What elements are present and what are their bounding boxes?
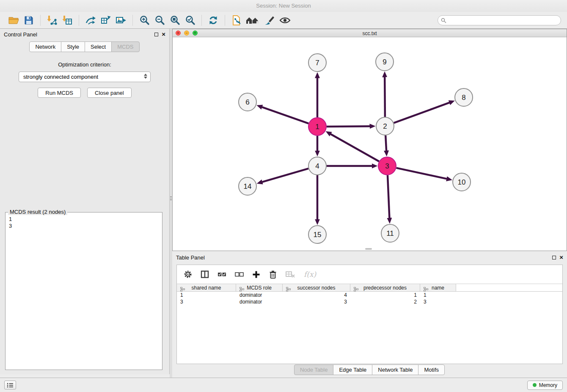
close-table-panel-icon[interactable]: × <box>559 255 563 260</box>
memory-button[interactable]: Memory <box>527 381 563 390</box>
task-history-button[interactable] <box>4 381 16 389</box>
eye-icon <box>279 15 291 25</box>
column-header-predecessor-nodes[interactable]: predecessor nodes <box>350 284 420 291</box>
show-hide-button[interactable] <box>277 14 292 27</box>
table-row[interactable]: 1dominator411 <box>177 292 562 298</box>
graph-node-11[interactable]: 11 <box>381 224 399 242</box>
table-cell[interactable]: 1 <box>350 292 420 298</box>
delete-table-button[interactable] <box>286 271 295 278</box>
table-cell[interactable]: 2 <box>350 298 420 305</box>
table-cell[interactable]: 3 <box>283 298 350 305</box>
window-minimize-icon[interactable]: − <box>184 30 189 36</box>
table-cell[interactable]: 1 <box>420 292 456 298</box>
window-close-icon[interactable]: × <box>176 30 181 36</box>
float-table-panel-icon[interactable] <box>552 256 556 259</box>
graph-node-3[interactable]: 3 <box>378 157 396 175</box>
table-cell[interactable]: 1 <box>177 292 236 298</box>
table-header-filler <box>456 284 562 291</box>
graph-edge-2-8[interactable] <box>394 102 449 123</box>
zoom-out-button[interactable] <box>152 14 167 27</box>
search-input[interactable] <box>438 15 561 25</box>
zoom-fit-icon <box>170 15 180 25</box>
show-columns-button[interactable] <box>201 270 209 279</box>
new-network-button[interactable] <box>83 14 98 27</box>
graph-edge-3-10[interactable] <box>396 168 447 179</box>
tab-motifs[interactable]: Motifs <box>418 364 445 375</box>
graph-node-label: 10 <box>458 178 466 186</box>
table-cell[interactable]: 3 <box>420 298 456 305</box>
network-report-button[interactable] <box>229 14 244 27</box>
zoom-selected-button[interactable] <box>182 14 198 27</box>
graph-node-14[interactable]: 14 <box>239 177 256 195</box>
save-session-button[interactable] <box>21 14 36 27</box>
table-settings-button[interactable] <box>184 270 192 279</box>
graph-edge-3-1[interactable] <box>330 134 379 162</box>
main-area: Control Panel × Network Style Select MCD… <box>0 29 567 378</box>
trash-icon <box>269 270 277 279</box>
mcds-result-content[interactable]: 1 3 <box>6 213 162 233</box>
graph-node-label: 1 <box>315 123 319 131</box>
table-cell[interactable]: dominator <box>236 298 283 305</box>
select-all-button[interactable] <box>217 271 226 278</box>
graph-node-10[interactable]: 10 <box>453 173 471 191</box>
column-header-successor-nodes[interactable]: successor nodes <box>283 284 350 291</box>
tab-node-table[interactable]: Node Table <box>294 364 334 375</box>
graph-node-label: 6 <box>245 98 249 106</box>
export-image-icon <box>116 15 127 26</box>
window-zoom-icon[interactable]: + <box>193 30 198 36</box>
graph-edge-3-11[interactable] <box>388 175 389 218</box>
home-button[interactable] <box>244 14 262 27</box>
run-mcds-button[interactable]: Run MCDS <box>38 88 81 98</box>
float-panel-icon[interactable] <box>154 33 158 36</box>
import-table-button[interactable] <box>60 14 75 27</box>
export-image-button[interactable] <box>113 14 129 27</box>
graph-node-8[interactable]: 8 <box>455 88 473 106</box>
graph-node-2[interactable]: 2 <box>376 117 394 135</box>
column-header-MCDS-role[interactable]: MCDS role <box>236 284 283 291</box>
graph-edge-2-3[interactable] <box>385 135 386 151</box>
graph-edge-1-6[interactable] <box>262 107 308 124</box>
graph-node-6[interactable]: 6 <box>239 93 256 111</box>
add-column-button[interactable] <box>252 271 260 279</box>
graph-node-7[interactable]: 7 <box>308 54 326 72</box>
tab-network-table[interactable]: Network Table <box>372 364 418 375</box>
clone-network-button[interactable] <box>98 14 113 27</box>
close-panel-icon[interactable]: × <box>162 32 165 37</box>
zoom-in-button[interactable] <box>137 14 152 27</box>
table-cell[interactable]: dominator <box>236 292 283 298</box>
criterion-dropdown[interactable]: strongly connected component <box>19 72 151 82</box>
table-row[interactable]: 3dominator323 <box>177 298 562 305</box>
function-builder-button[interactable]: f(x) <box>304 270 316 279</box>
paint-style-button[interactable] <box>262 14 277 27</box>
graph-node-4[interactable]: 4 <box>308 157 326 175</box>
tab-mcds[interactable]: MCDS <box>111 41 139 52</box>
network-canvas[interactable]: 7968124314101511 <box>173 37 567 251</box>
deselect-all-button[interactable] <box>235 271 244 278</box>
delete-column-button[interactable] <box>269 270 277 279</box>
zoom-in-icon <box>139 15 150 25</box>
column-header-name[interactable]: name <box>420 284 456 291</box>
brush-icon <box>264 15 275 26</box>
graph-edge-1-2[interactable] <box>327 126 370 127</box>
column-header-shared-name[interactable]: shared name <box>177 284 236 291</box>
graph-node-15[interactable]: 15 <box>308 226 326 243</box>
tab-network[interactable]: Network <box>29 41 61 52</box>
close-panel-button[interactable]: Close panel <box>87 88 132 98</box>
tab-edge-table[interactable]: Edge Table <box>333 364 372 375</box>
tab-select[interactable]: Select <box>85 41 112 52</box>
graph-node-9[interactable]: 9 <box>376 53 394 71</box>
horizontal-scrollbar-thumb[interactable] <box>365 248 372 250</box>
graph-edge-4-14[interactable] <box>262 168 308 182</box>
column-header-label: MCDS role <box>247 285 272 291</box>
import-network-button[interactable] <box>44 14 60 27</box>
table-cell[interactable]: 3 <box>177 298 236 305</box>
column-header-label: predecessor nodes <box>363 285 407 291</box>
column-header-label: name <box>432 285 444 291</box>
table-cell[interactable]: 4 <box>283 292 350 298</box>
graph-edge-2-9[interactable] <box>385 77 385 117</box>
open-file-button[interactable] <box>6 14 21 27</box>
refresh-button[interactable] <box>206 14 221 27</box>
tab-style[interactable]: Style <box>61 41 85 52</box>
graph-node-1[interactable]: 1 <box>308 118 326 135</box>
zoom-fit-button[interactable] <box>167 14 182 27</box>
